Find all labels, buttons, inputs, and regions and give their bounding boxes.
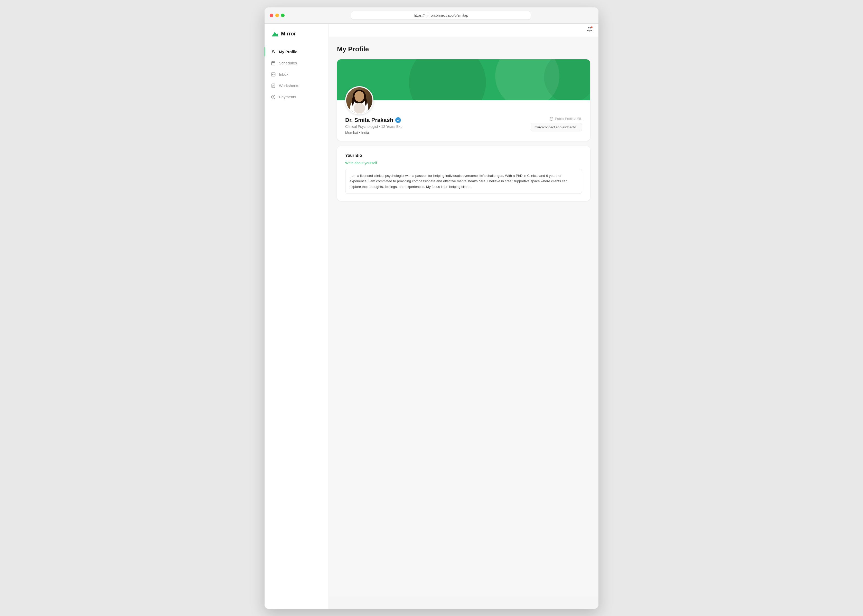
svg-point-15 bbox=[354, 103, 365, 113]
sidebar-item-schedules[interactable]: Schedules bbox=[265, 58, 329, 69]
sidebar-item-worksheets[interactable]: Worksheets bbox=[265, 80, 329, 91]
write-about-link[interactable]: Write about yourself bbox=[345, 161, 582, 165]
page-title: My Profile bbox=[337, 45, 590, 53]
profile-icon bbox=[271, 49, 276, 54]
sidebar-label-worksheets: Worksheets bbox=[279, 83, 299, 88]
traffic-light-yellow[interactable] bbox=[276, 14, 279, 17]
worksheets-icon bbox=[271, 83, 276, 88]
sidebar-label-payments: Payments bbox=[279, 95, 296, 99]
svg-rect-7 bbox=[271, 72, 276, 76]
app-container: Mirror My Profile bbox=[265, 24, 598, 609]
sidebar-item-my-profile[interactable]: My Profile bbox=[265, 46, 329, 58]
main-content: My Profile bbox=[329, 37, 598, 597]
sidebar-item-inbox[interactable]: Inbox bbox=[265, 69, 329, 80]
sidebar-label-schedules: Schedules bbox=[279, 61, 297, 65]
banner-decoration-1 bbox=[409, 59, 486, 101]
logo-area: Mirror bbox=[265, 30, 329, 46]
sidebar: Mirror My Profile bbox=[265, 24, 329, 609]
svg-rect-3 bbox=[271, 61, 275, 65]
bio-text-area[interactable]: I am a licensed clinical psychologist wi… bbox=[345, 169, 582, 194]
inbox-icon bbox=[271, 72, 276, 77]
schedules-icon bbox=[271, 61, 276, 66]
profile-banner bbox=[337, 59, 590, 101]
notification-dot bbox=[591, 26, 593, 28]
notification-button[interactable] bbox=[587, 27, 592, 34]
payments-icon bbox=[271, 94, 276, 100]
sidebar-label-my-profile: My Profile bbox=[279, 50, 298, 54]
sidebar-nav: My Profile Schedules bbox=[265, 46, 329, 103]
profile-name-row: Dr. Smita Prakash Clinical Psychologist … bbox=[345, 101, 582, 135]
app-body: My Profile bbox=[329, 24, 598, 597]
browser-titlebar: https://mirrorconnect.app/p/smitap bbox=[265, 8, 598, 24]
traffic-light-red[interactable] bbox=[270, 14, 273, 17]
public-url-box[interactable]: mirrorconnect.app/asdnadfd bbox=[531, 123, 582, 131]
public-url-label: Public Profile/URL bbox=[550, 117, 582, 121]
traffic-lights bbox=[270, 14, 285, 17]
verified-badge bbox=[395, 117, 401, 123]
logo-icon bbox=[271, 30, 279, 38]
svg-point-14 bbox=[355, 93, 364, 102]
bio-card: Your Bio Write about yourself I am a lic… bbox=[337, 146, 590, 201]
bio-section-title: Your Bio bbox=[345, 153, 582, 158]
sidebar-item-payments[interactable]: Payments bbox=[265, 91, 329, 103]
address-bar[interactable]: https://mirrorconnect.app/p/smitap bbox=[351, 11, 531, 20]
profile-info-area: Dr. Smita Prakash Clinical Psychologist … bbox=[337, 101, 590, 141]
profile-details: Dr. Smita Prakash Clinical Psychologist … bbox=[345, 117, 403, 135]
sidebar-label-inbox: Inbox bbox=[279, 72, 288, 77]
traffic-light-green[interactable] bbox=[281, 14, 285, 17]
avatar-image bbox=[346, 87, 372, 113]
banner-decoration-3 bbox=[544, 59, 590, 101]
public-url-area: Public Profile/URL mirrorconnect.app/asd… bbox=[531, 117, 582, 131]
browser-window: https://mirrorconnect.app/p/smitap Mirro… bbox=[265, 8, 598, 609]
avatar bbox=[345, 86, 373, 115]
top-bar bbox=[329, 24, 598, 37]
logo-text: Mirror bbox=[281, 31, 296, 37]
profile-specialty: Clinical Psychologist • 12 Years Exp bbox=[345, 124, 403, 129]
profile-location: Mumbai • India bbox=[345, 130, 403, 135]
doctor-name: Dr. Smita Prakash bbox=[345, 117, 403, 123]
svg-point-2 bbox=[272, 50, 274, 52]
profile-card: Dr. Smita Prakash Clinical Psychologist … bbox=[337, 59, 590, 141]
